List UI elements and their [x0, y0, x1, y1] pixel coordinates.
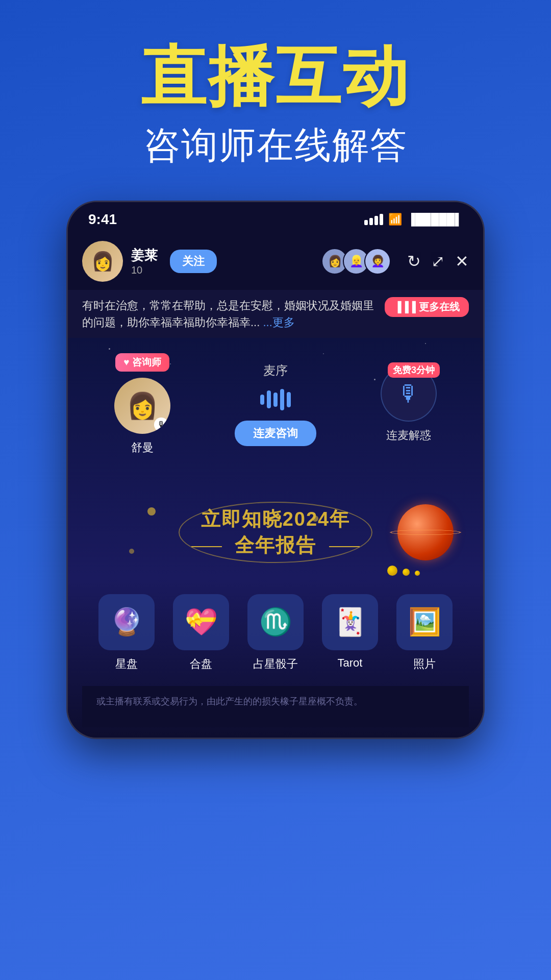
- online-button[interactable]: ▐▐▐ 更多在线: [385, 297, 469, 317]
- disclaimer-section: 或主播有联系或交易行为，由此产生的的损失橡子星座概不负责。: [82, 686, 469, 727]
- sub-title: 咨询师在线解答: [0, 121, 551, 170]
- host-speaker-avatar: 👩 🎙: [114, 378, 170, 434]
- sound-wave: [260, 387, 291, 412]
- signal-icon: [364, 214, 383, 225]
- report-text: 立即知晓2024年 全年报告: [92, 491, 459, 574]
- tool-item-hepan[interactable]: 💝 合盘: [167, 594, 235, 672]
- description-text: 有时在治愈，常常在帮助，总是在安慰，婚姻状况及婚姻里的问题，助你幸福幸福助你幸福…: [82, 297, 377, 331]
- zhanxing-icon-box: ♏: [247, 594, 304, 650]
- viewer-avatar-3: 👩‍🦱: [364, 248, 391, 275]
- host-info: 姜莱 10: [131, 247, 158, 276]
- live-header: 👩 姜莱 10 关注 👩 👱‍♀️ 👩‍🦱 ↻ ⤢ ✕: [68, 233, 483, 290]
- xingpan-icon: 🔮: [110, 606, 143, 638]
- wifi-icon: 📶: [388, 213, 402, 226]
- tarot-label: Tarot: [338, 656, 363, 670]
- consultant-badge: ♥ 咨询师: [115, 353, 169, 372]
- tool-item-photo[interactable]: 🖼️ 照片: [390, 594, 459, 672]
- minimize-icon[interactable]: ⤢: [431, 252, 445, 271]
- tool-item-xingpan[interactable]: 🔮 星盘: [92, 594, 161, 672]
- host-speaker-slot: ♥ 咨询师 👩 🎙 舒曼: [114, 353, 170, 455]
- tool-item-zhanxing[interactable]: ♏ 占星骰子: [241, 594, 310, 672]
- hepan-label: 合盘: [190, 656, 212, 672]
- mic-add-icon: 🎙: [397, 381, 420, 406]
- header-section: 直播互动 咨询师在线解答: [0, 0, 551, 170]
- host-speaker-name: 舒曼: [131, 440, 154, 455]
- speakers-section: ♥ 咨询师 👩 🎙 舒曼 麦序 连麦咨询: [82, 353, 469, 455]
- hepan-icon-box: 💝: [173, 594, 229, 650]
- hepan-icon: 💝: [185, 606, 218, 638]
- host-followers: 10: [131, 264, 158, 276]
- join-avatar[interactable]: 🎙 免费3分钟: [381, 365, 437, 422]
- battery-icon: ▐█████▌: [407, 213, 463, 226]
- status-time: 9:41: [88, 211, 117, 228]
- live-content: ♥ 咨询师 👩 🎙 舒曼 麦序 连麦咨询: [68, 338, 483, 738]
- photo-icon-box: 🖼️: [396, 594, 453, 650]
- connect-consult-button[interactable]: 连麦咨询: [235, 421, 316, 446]
- tool-item-tarot[interactable]: 🃏 Tarot: [316, 594, 384, 672]
- zhanxing-icon: ♏: [259, 606, 292, 638]
- host-avatar: 👩: [82, 241, 123, 282]
- tools-grid: 🔮 星盘 💝 合盘 ♏ 占星骰子 🃏 Tarot: [82, 584, 469, 686]
- refresh-icon[interactable]: ↻: [407, 252, 421, 271]
- header-actions: ↻ ⤢ ✕: [407, 252, 469, 271]
- status-bar: 9:41 📶 ▐█████▌: [68, 202, 483, 233]
- join-slot: 🎙 免费3分钟 连麦解惑: [381, 365, 437, 443]
- tarot-icon: 🃏: [334, 606, 367, 638]
- xingpan-icon-box: 🔮: [98, 594, 155, 650]
- annual-report-section: 立即知晓2024年 全年报告: [82, 471, 469, 584]
- follow-button[interactable]: 关注: [170, 250, 217, 273]
- disclaimer-text: 或主播有联系或交易行为，由此产生的的损失橡子星座概不负责。: [96, 694, 455, 709]
- phone-mockup: 9:41 📶 ▐█████▌ 👩 姜莱 10 关注 👩 👱‍♀️ 👩‍🦱 ↻: [66, 201, 485, 739]
- close-icon[interactable]: ✕: [455, 252, 469, 271]
- zhanxing-label: 占星骰子: [253, 656, 298, 672]
- description-bar: 有时在治愈，常常在帮助，总是在安慰，婚姻状况及婚姻里的问题，助你幸福幸福助你幸福…: [68, 290, 483, 338]
- queue-slot: 麦序 连麦咨询: [235, 362, 316, 446]
- photo-icon: 🖼️: [408, 606, 441, 638]
- report-title-line2: 全年报告: [92, 532, 459, 558]
- tarot-icon-box: 🃏: [322, 594, 378, 650]
- connect-solve-label: 连麦解惑: [386, 428, 431, 443]
- free-badge: 免费3分钟: [388, 362, 440, 378]
- viewer-avatars: 👩 👱‍♀️ 👩‍🦱: [321, 248, 391, 275]
- queue-label: 麦序: [263, 362, 288, 379]
- main-title: 直播互动: [0, 41, 551, 113]
- xingpan-label: 星盘: [115, 656, 138, 672]
- bar-chart-icon: ▐▐▐: [394, 301, 416, 313]
- photo-label: 照片: [413, 656, 436, 672]
- report-title-line1: 立即知晓2024年: [92, 506, 459, 532]
- mic-indicator: 🎙: [154, 418, 168, 432]
- status-icons: 📶 ▐█████▌: [364, 213, 463, 226]
- description-more-link[interactable]: ...更多: [263, 316, 294, 329]
- host-name: 姜莱: [131, 247, 158, 264]
